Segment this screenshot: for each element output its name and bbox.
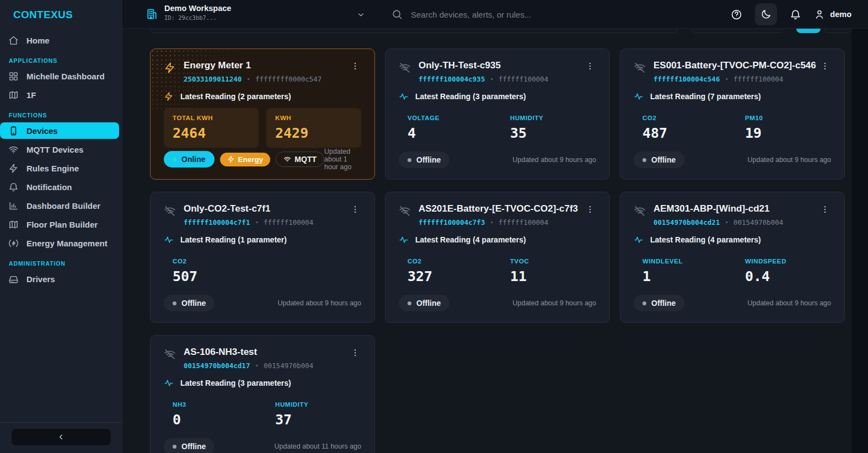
status-dot-icon — [408, 301, 411, 305]
device-id-link[interactable]: ffffff100004c7f3 — [419, 218, 485, 227]
sidebar-item-1f[interactable]: 1F — [0, 87, 119, 103]
clipped-toolbar-dropdown[interactable] — [692, 29, 783, 33]
separator-dot: • — [490, 219, 494, 226]
hard-drive-icon — [8, 274, 19, 284]
map-icon — [8, 90, 19, 100]
workspace-selector[interactable]: Demo Workspace ID: 29cc3bb7... — [146, 4, 231, 21]
parameters: CO2507 — [164, 251, 361, 291]
sidebar-item-devices[interactable]: Devices — [0, 122, 119, 139]
sidebar-item-mqtt-devices[interactable]: MQTT Devices — [0, 141, 119, 158]
card-menu-button[interactable] — [819, 203, 831, 215]
gateway-id: ffffff100004 — [499, 218, 548, 227]
sidebar: CONTEXUS HomeAPPLICATIONSMichelle Dashbo… — [0, 0, 122, 453]
activity-icon — [634, 91, 644, 101]
device-id-link[interactable]: ffffff100004c935 — [419, 75, 485, 83]
device-name: Energy Meter 1 — [184, 60, 341, 71]
clipped-primary-button[interactable] — [796, 29, 821, 33]
device-id-link[interactable]: 00154970b004cd21 — [653, 218, 720, 227]
device-card[interactable]: Only-TH-Test-c935ffffff100004c935•ffffff… — [385, 48, 610, 180]
status-badge: Offline — [634, 152, 684, 168]
sidebar-item-dashboard-builder[interactable]: Dashboard Builder — [0, 197, 119, 214]
mqtt-badge: MQTT — [276, 152, 324, 167]
sidebar-item-home[interactable]: Home — [0, 32, 119, 48]
card-footer: OfflineUpdated about 9 hours ago — [634, 152, 831, 168]
device-id-link[interactable]: ffffff100004c7f1 — [184, 218, 250, 227]
device-id-link[interactable]: ffffff100004c546 — [653, 75, 720, 83]
scrollbar-track[interactable] — [851, 29, 868, 453]
user-icon — [814, 9, 825, 20]
parameter-tile: HUMIDITY37 — [266, 395, 361, 434]
card-menu-button[interactable] — [349, 60, 361, 72]
parameter-label: TOTAL KWH — [173, 115, 250, 121]
sidebar-item-drivers[interactable]: Drivers — [0, 271, 119, 287]
clipped-toolbar-filter-input[interactable] — [150, 29, 678, 33]
device-card[interactable]: ES001-Battery-[TVOC-PM-CO2]-c546ffffff10… — [620, 48, 845, 180]
parameter-tile: HUMIDITY35 — [501, 108, 596, 148]
sidebar-item-floor-plan-builder[interactable]: Floor Plan Builder — [0, 216, 119, 233]
badge-label: MQTT — [294, 155, 317, 164]
search-bar — [392, 0, 700, 29]
gateway-id: ffffff100004 — [264, 218, 313, 227]
card-header: AS-106-NH3-test00154970b004cd17•00154970… — [164, 347, 361, 370]
card-menu-button[interactable] — [349, 203, 361, 215]
badge-label: Energy — [238, 155, 264, 164]
card-footer: OfflineUpdated about 9 hours ago — [164, 295, 361, 311]
parameter-tile: TOTAL KWH2464 — [164, 108, 259, 148]
updated-text: Updated about 1 hour ago — [324, 148, 361, 171]
sidebar-collapse-button[interactable] — [12, 429, 111, 445]
card-menu-button[interactable] — [349, 347, 361, 359]
wifi-off-icon — [164, 205, 176, 217]
map-icon — [8, 219, 19, 230]
bell-icon — [8, 182, 19, 192]
card-header: Only-TH-Test-c935ffffff100004c935•ffffff… — [399, 60, 596, 83]
card-menu-button[interactable] — [819, 60, 831, 72]
sidebar-item-energy-management[interactable]: Energy Management — [0, 235, 119, 251]
sidebar-item-label: Floor Plan Builder — [26, 220, 98, 229]
card-header: ES001-Battery-[TVOC-PM-CO2]-c546ffffff10… — [634, 60, 831, 83]
activity-icon — [634, 235, 644, 245]
device-card[interactable]: AS-106-NH3-test00154970b004cd17•00154970… — [150, 335, 375, 453]
device-id-link[interactable]: 00154970b004cd17 — [184, 362, 250, 370]
device-card[interactable]: Energy Meter 125033109011240•ffffffff000… — [150, 48, 375, 180]
card-footer: OfflineUpdated about 9 hours ago — [634, 295, 831, 311]
parameter-value: 35 — [510, 125, 587, 141]
parameter-label: CO2 — [408, 258, 485, 265]
parameter-tile: KWH2429 — [266, 108, 361, 148]
updated-text: Updated about 11 hours ago — [274, 443, 361, 450]
parameter-tile: CO2327 — [399, 251, 494, 291]
building-icon — [146, 4, 158, 20]
parameter-tile: WINDLEVEL1 — [634, 251, 728, 291]
notifications-button[interactable] — [790, 9, 801, 20]
sidebar-item-notification[interactable]: Notification — [0, 179, 119, 195]
help-button[interactable] — [731, 9, 742, 20]
user-menu[interactable]: demo — [814, 9, 851, 20]
updated-text: Updated about 9 hours ago — [277, 299, 361, 307]
device-ids: 25033109011240•ffffffff0000c547 — [184, 75, 341, 83]
sidebar-item-label: Drivers — [26, 274, 55, 284]
sidebar-item-michelle-dashboard[interactable]: Michelle Dashboard — [0, 68, 119, 84]
parameter-value: 327 — [408, 268, 485, 284]
card-menu-button[interactable] — [584, 203, 596, 215]
sidebar-item-label: Michelle Dashboard — [26, 72, 105, 81]
parameter-label: TVOC — [510, 258, 587, 265]
search-input[interactable] — [410, 9, 700, 20]
sidebar-item-rules-engine[interactable]: Rules Engine — [0, 160, 119, 176]
parameter-value: 19 — [745, 125, 822, 141]
workspace-chevron-down-icon[interactable] — [356, 10, 366, 19]
device-id-link[interactable]: 25033109011240 — [184, 75, 242, 83]
separator-dot: • — [725, 219, 728, 226]
wifi-off-icon — [634, 205, 646, 217]
device-card[interactable]: AS201E-Battery-[E-TVOC-CO2]-c7f3ffffff10… — [385, 192, 610, 323]
device-card[interactable]: AEM301-ABP-[Wind]-cd2100154970b004cd21•0… — [620, 192, 845, 323]
parameter-value: 0.4 — [745, 268, 822, 284]
theme-toggle-button[interactable] — [755, 3, 777, 25]
sidebar-footer — [0, 422, 122, 453]
card-footer: OfflineUpdated about 9 hours ago — [399, 295, 596, 311]
updated-text: Updated about 9 hours ago — [512, 156, 596, 164]
card-menu-button[interactable] — [584, 60, 596, 72]
clipped-secondary-button[interactable] — [824, 29, 851, 33]
device-card[interactable]: Only-CO2-Test-c7f1ffffff100004c7f1•fffff… — [150, 192, 375, 323]
moon-icon — [760, 9, 771, 20]
parameter-tile: CO2487 — [634, 108, 728, 148]
sidebar-item-label: Dashboard Builder — [26, 201, 100, 211]
